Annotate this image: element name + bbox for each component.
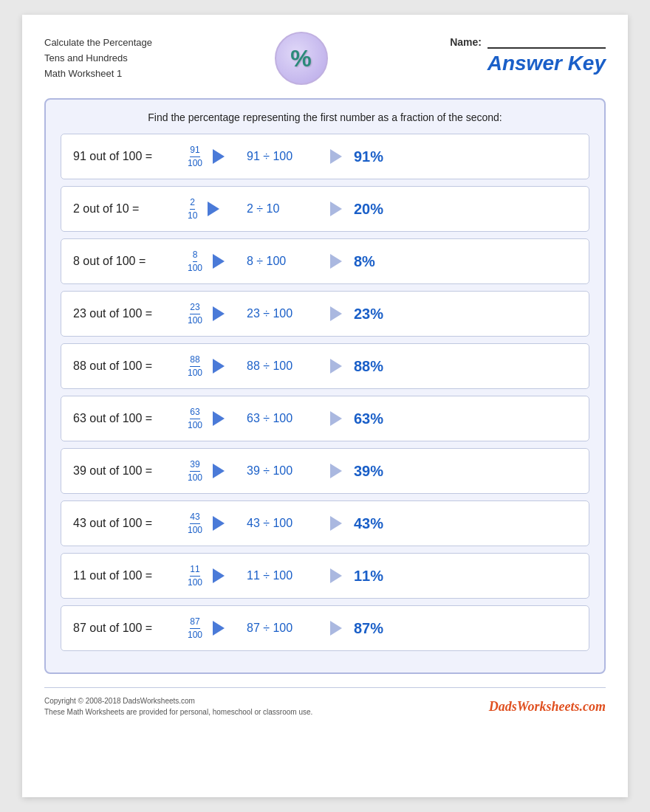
denominator-5: 100 [188,419,202,430]
problem-row: 88 out of 100 = 88 100 88 ÷ 100 88% [61,343,589,389]
percent-result-3: 23% [354,306,383,323]
percent-result-0: 91% [354,148,383,165]
problem-text-6: 39 out of 100 = [73,464,188,478]
fraction-area-2: 8 100 [188,250,247,273]
footer-brand-domain: .com [580,699,606,714]
division-expr-0: 91 ÷ 100 [247,150,324,163]
name-line: Name: [450,35,606,49]
problem-row: 63 out of 100 = 63 100 63 ÷ 100 63% [61,396,589,441]
page: Calculate the Percentage Tens and Hundre… [22,15,628,797]
denominator-1: 10 [188,210,197,221]
fraction-area-3: 23 100 [188,302,247,326]
fraction-2: 8 100 [188,250,202,273]
fraction-area-6: 39 100 [188,459,247,483]
fraction-area-7: 43 100 [188,512,247,535]
denominator-0: 100 [188,157,202,168]
division-expr-1: 2 ÷ 10 [247,202,324,216]
problem-row: 11 out of 100 = 11 100 11 ÷ 100 11% [61,553,589,599]
percent-result-8: 11% [354,568,383,585]
arrow-filled-9 [213,621,225,636]
problem-text-2: 8 out of 100 = [73,255,188,268]
denominator-3: 100 [188,314,202,326]
numerator-0: 91 [190,145,199,156]
fraction-area-1: 2 10 [188,197,247,221]
arrow-outline-7 [330,516,342,531]
problem-row: 91 out of 100 = 91 100 91 ÷ 100 91% [61,134,589,179]
division-expr-8: 11 ÷ 100 [247,569,324,582]
numerator-1: 2 [190,197,195,209]
title-line1: Calculate the Percentage [44,35,152,51]
arrow-outline-0 [330,149,342,164]
numerator-7: 43 [190,512,199,523]
fraction-7: 43 100 [188,512,202,535]
footer-copyright: Copyright © 2008-2018 DadsWorksheets.com [44,695,312,706]
arrow-outline-8 [330,568,342,583]
arrow-filled-7 [213,516,225,531]
problem-row: 43 out of 100 = 43 100 43 ÷ 100 43% [61,500,589,546]
percent-result-9: 87% [354,620,383,637]
division-expr-7: 43 ÷ 100 [247,517,324,530]
numerator-2: 8 [193,250,198,261]
percent-result-2: 8% [354,253,375,270]
arrow-filled-8 [213,568,225,583]
division-expr-2: 8 ÷ 100 [247,255,324,268]
arrow-filled-0 [213,149,225,164]
fraction-5: 63 100 [188,407,202,430]
arrow-filled-3 [213,306,225,321]
problem-text-3: 23 out of 100 = [73,307,188,320]
problem-text-0: 91 out of 100 = [73,150,188,163]
denominator-6: 100 [188,472,202,483]
percent-icon: % [275,32,328,85]
arrow-outline-5 [330,411,342,426]
percent-result-7: 43% [354,515,383,532]
problem-text-5: 63 out of 100 = [73,412,188,425]
numerator-4: 88 [190,354,199,366]
fraction-0: 91 100 [188,145,202,168]
problem-text-8: 11 out of 100 = [73,569,188,582]
percent-result-1: 20% [354,201,383,218]
fraction-3: 23 100 [188,302,202,326]
arrow-outline-2 [330,254,342,269]
denominator-8: 100 [188,577,202,588]
division-expr-9: 87 ÷ 100 [247,622,324,635]
name-underline [488,35,606,49]
fraction-area-4: 88 100 [188,354,247,378]
problems-container: 91 out of 100 = 91 100 91 ÷ 100 91% 2 ou… [61,134,589,651]
problem-row: 87 out of 100 = 87 100 87 ÷ 100 87% [61,605,589,651]
fraction-4: 88 100 [188,354,202,378]
arrow-outline-3 [330,306,342,321]
percent-result-4: 88% [354,358,383,375]
fraction-8: 11 100 [188,564,202,588]
division-expr-5: 63 ÷ 100 [247,412,324,425]
percent-result-6: 39% [354,463,383,480]
problem-row: 23 out of 100 = 23 100 23 ÷ 100 23% [61,291,589,337]
arrow-outline-9 [330,621,342,636]
arrow-outline-6 [330,464,342,478]
arrow-outline-1 [330,202,342,216]
footer-left: Copyright © 2008-2018 DadsWorksheets.com… [44,695,312,718]
answer-key-label: Answer Key [488,52,606,75]
header: Calculate the Percentage Tens and Hundre… [44,35,606,85]
arrow-filled-1 [208,202,219,216]
percent-result-5: 63% [354,410,383,427]
footer: Copyright © 2008-2018 DadsWorksheets.com… [44,687,606,718]
arrow-outline-4 [330,359,342,374]
arrow-filled-4 [213,359,225,374]
fraction-area-5: 63 100 [188,407,247,430]
footer-brand: DadsWorksheets.com [489,699,606,715]
problem-row: 2 out of 10 = 2 10 2 ÷ 10 20% [61,186,589,232]
problem-text-9: 87 out of 100 = [73,622,188,635]
numerator-6: 39 [190,459,199,471]
footer-brand-worksheets: Worksheets [517,699,580,714]
problem-text-7: 43 out of 100 = [73,517,188,530]
division-expr-4: 88 ÷ 100 [247,359,324,373]
arrow-filled-2 [213,254,225,269]
numerator-5: 63 [190,407,199,419]
header-right: Name: Answer Key [450,35,606,75]
problem-row: 39 out of 100 = 39 100 39 ÷ 100 39% [61,448,589,494]
fraction-area-9: 87 100 [188,616,247,640]
instruction: Find the percentage representing the fir… [61,111,589,123]
title-line2: Tens and Hundreds [44,51,152,66]
header-left: Calculate the Percentage Tens and Hundre… [44,35,152,81]
arrow-filled-6 [213,464,225,478]
